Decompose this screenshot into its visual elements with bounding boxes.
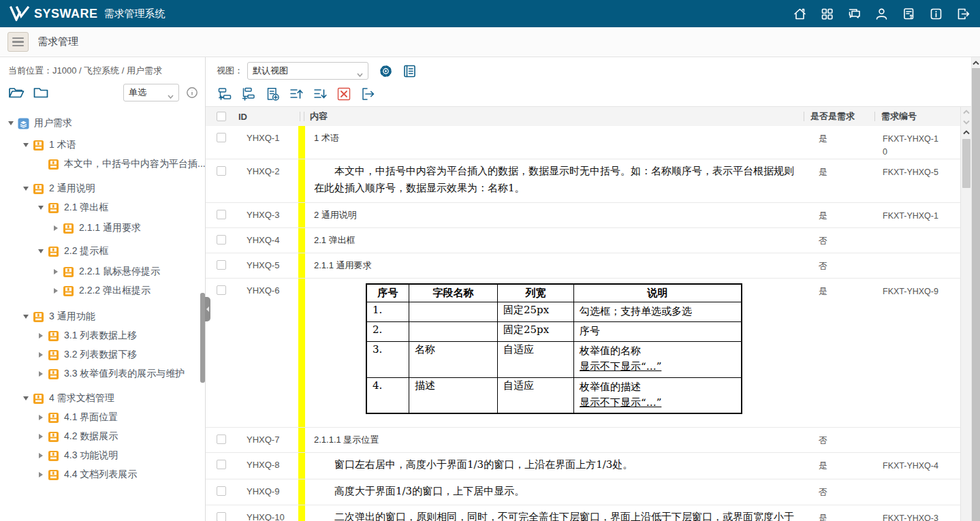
row-checkbox[interactable] [217, 235, 226, 244]
row-checkbox[interactable] [217, 285, 226, 295]
row-checkbox[interactable] [217, 210, 226, 219]
tree-item[interactable]: 4.1 界面位置 [0, 408, 205, 427]
scroll-down-icon[interactable] [961, 117, 972, 127]
home-icon[interactable] [793, 7, 807, 21]
tree-item[interactable]: 2.2.2 弹出框提示 [0, 281, 205, 300]
scroll-up-icon[interactable] [961, 107, 972, 117]
apps-grid-icon[interactable] [820, 7, 834, 21]
tree-caret-icon[interactable] [35, 415, 46, 420]
tree-caret-icon[interactable] [35, 352, 46, 358]
row-checkbox[interactable] [217, 460, 226, 469]
tree-item[interactable]: 2.1.1 通用要求 [0, 219, 205, 238]
delete-icon[interactable] [336, 86, 351, 101]
row-checkbox[interactable] [217, 512, 226, 521]
row-checkbox[interactable] [217, 166, 226, 176]
tree-caret-icon[interactable] [35, 333, 46, 338]
move-out-icon[interactable] [360, 86, 375, 101]
help-doc-icon[interactable] [902, 7, 916, 21]
table-row[interactable]: YHXQ-4 2.1 弹出框 否 [206, 228, 960, 253]
requirement-doc-icon [48, 450, 59, 462]
tree-caret-icon[interactable] [35, 453, 46, 458]
table-row[interactable]: YHXQ-10 二次弹出的窗口，原则相同，同时，不可完全盖住下层窗口，界面上沿低… [206, 505, 960, 521]
table-row[interactable]: YHXQ-3 2 通用说明 是 FKXT-YHXQ-1 [206, 203, 960, 228]
row-checkbox[interactable] [217, 435, 226, 444]
tree-caret-icon[interactable] [5, 121, 16, 125]
row-checkbox[interactable] [217, 260, 226, 270]
tree-item[interactable]: 4.3 功能说明 [0, 446, 205, 465]
tree-item[interactable]: 3 通用功能 [0, 307, 205, 326]
tree-caret-icon[interactable] [35, 206, 46, 210]
tree-caret-icon[interactable] [50, 269, 61, 274]
tree-caret-icon[interactable] [50, 288, 61, 294]
tree-item-label: 2.2.1 鼠标悬停提示 [79, 266, 160, 278]
logout-icon[interactable] [956, 7, 970, 21]
collapse-all-folder-icon[interactable] [33, 86, 49, 99]
grid-scrollbar [960, 107, 971, 521]
content-paragraph: 窗口左右居中，高度小于界面1/3的窗口，上沿在界面上方1/3处。 [305, 453, 804, 479]
grid-scrollbar-thumb[interactable] [962, 139, 970, 188]
tree-item[interactable]: 本文中，中括号中内容为平台插... [0, 155, 205, 174]
info-circle-icon[interactable] [186, 86, 198, 99]
tree-caret-icon[interactable] [35, 434, 46, 439]
row-checkbox[interactable] [217, 133, 226, 142]
select-all-checkbox[interactable] [217, 112, 226, 121]
menu-toggle-button[interactable] [7, 32, 29, 52]
move-down-icon[interactable] [313, 86, 328, 101]
tree-caret-icon[interactable] [35, 472, 46, 477]
scrollbar-up-arrow[interactable] [961, 127, 972, 138]
add-child-node-icon[interactable] [241, 86, 256, 101]
grid-toolbar [206, 82, 971, 106]
info-icon[interactable] [929, 7, 943, 21]
window-scrollbar-up-arrow[interactable] [970, 57, 980, 68]
table-row[interactable]: YHXQ-9 高度大于界面1/3的窗口，上下居中显示。 否 [206, 479, 960, 506]
requirement-doc-icon [48, 202, 59, 214]
window-scrollbar-thumb[interactable] [972, 68, 980, 521]
table-row[interactable]: YHXQ-8 窗口左右居中，高度小于界面1/3的窗口，上沿在界面上方1/3处。 … [206, 453, 960, 479]
row-id: YHXQ-1 [237, 126, 298, 159]
tree-caret-icon[interactable] [20, 187, 31, 191]
table-row[interactable]: YHXQ-5 2.1.1 通用要求 否 [206, 253, 960, 279]
tree-caret-icon[interactable] [20, 143, 31, 147]
selection-mode-select[interactable]: 单选 [123, 84, 179, 101]
embedded-word-table: 序号字段名称列宽说明1.固定25px勾选框；支持单选或多选2.固定25px序号3… [366, 284, 742, 414]
tree-caret-icon[interactable] [35, 249, 46, 253]
tree-item[interactable]: 2 通用说明 [0, 179, 205, 198]
requirement-doc-icon [33, 311, 44, 323]
table-row[interactable]: YHXQ-7 2.1.1.1 显示位置 否 [206, 428, 960, 453]
move-up-icon[interactable] [289, 86, 304, 101]
tree-item[interactable]: 4.4 文档列表展示 [0, 465, 205, 484]
embedded-table-cell: 固定25px [498, 302, 574, 321]
row-checkbox[interactable] [217, 486, 226, 496]
tree-caret-icon[interactable] [35, 371, 46, 377]
tree-item[interactable]: 2.1 弹出框 [0, 198, 205, 217]
table-row[interactable]: YHXQ-2 本文中，中括号中内容为平台插入的数据，数据显示时无中括号。如：名称… [206, 159, 960, 203]
tree-item-label: 用户需求 [34, 117, 72, 129]
tree-item[interactable]: 3.1 列表数据上移 [0, 326, 205, 345]
tree-item[interactable]: 2.2 提示框 [0, 242, 205, 261]
content-heading: 2.1 弹出框 [305, 228, 804, 253]
tree-item[interactable]: 1 术语 [0, 136, 205, 155]
table-row[interactable]: YHXQ-6 序号字段名称列宽说明1.固定25px勾选框；支持单选或多选2.固定… [206, 279, 960, 428]
tree-item[interactable]: 4 需求文档管理 [0, 389, 205, 408]
tree-caret-icon[interactable] [50, 225, 61, 231]
user-icon[interactable] [874, 7, 889, 21]
tree-caret-icon[interactable] [20, 396, 31, 400]
tree-item[interactable]: 4.2 数据展示 [0, 427, 205, 446]
tree-scrollbar-thumb[interactable] [200, 293, 205, 383]
messages-icon[interactable] [847, 7, 862, 21]
table-row[interactable]: YHXQ-1 1 术语 是 FKXT-YHXQ-10 [206, 126, 960, 159]
add-sibling-node-icon[interactable] [217, 86, 232, 101]
tree-caret-icon[interactable] [20, 315, 31, 319]
gear-icon[interactable] [378, 63, 394, 79]
add-document-icon[interactable] [265, 86, 280, 101]
tree-item[interactable]: 2.2.1 鼠标悬停提示 [0, 262, 205, 281]
view-select[interactable]: 默认视图 [247, 62, 368, 80]
requirement-doc-icon [48, 469, 59, 481]
expand-all-folder-icon[interactable] [8, 86, 25, 99]
panel-splitter-handle[interactable] [205, 297, 210, 321]
tree-item[interactable]: 3.2 列表数据下移 [0, 345, 205, 364]
notebook-icon[interactable] [402, 63, 417, 79]
tree-item[interactable]: 用户需求 [0, 114, 205, 133]
row-id: YHXQ-2 [237, 159, 298, 202]
tree-item[interactable]: 3.3 枚举值列表的展示与维护 [0, 364, 205, 383]
